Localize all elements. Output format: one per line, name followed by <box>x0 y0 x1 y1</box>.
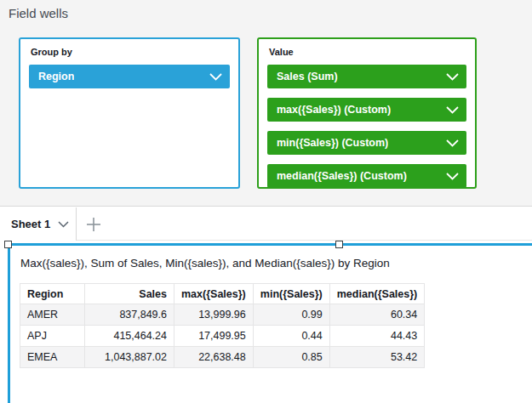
cell-max-sales[interactable]: 13,999.96 <box>174 304 254 326</box>
field-wells-panel: Field wells Group by Region Value Sales … <box>0 0 532 207</box>
field-pill-median-sales[interactable]: median({Sales}) (Custom) <box>267 164 466 188</box>
cell-region[interactable]: APJ <box>20 326 85 347</box>
analysis-editor: Field wells Group by Region Value Sales … <box>0 0 532 403</box>
cell-sales[interactable]: 1,043,887.02 <box>85 347 174 368</box>
table-header-row: Region Sales max({Sales}) min({Sales}) m… <box>20 284 425 304</box>
cell-sales[interactable]: 837,849.6 <box>85 304 174 326</box>
field-pill-label: median({Sales}) (Custom) <box>277 170 407 182</box>
chevron-down-icon <box>446 73 459 81</box>
cell-max-sales[interactable]: 22,638.48 <box>174 347 254 368</box>
cell-median-sales[interactable]: 53.42 <box>329 347 424 368</box>
tab-sheet-1[interactable]: Sheet 1 <box>0 207 77 241</box>
table-row: APJ 415,464.24 17,499.95 0.44 44.43 <box>20 326 425 347</box>
resize-handle-top-left[interactable] <box>4 241 12 248</box>
analysis-canvas: Max({sales}), Sum of Sales, Min({sales})… <box>0 241 532 403</box>
resize-handle-top-middle[interactable] <box>335 241 343 248</box>
chevron-down-icon <box>446 139 459 147</box>
cell-min-sales[interactable]: 0.85 <box>253 347 329 368</box>
column-header-sales[interactable]: Sales <box>85 284 174 304</box>
cell-max-sales[interactable]: 17,499.95 <box>174 326 254 347</box>
column-header-min-sales[interactable]: min({Sales}) <box>253 284 329 304</box>
sheet-tab-label: Sheet 1 <box>11 218 50 230</box>
table-row: EMEA 1,043,887.02 22,638.48 0.85 53.42 <box>20 347 425 368</box>
cell-sales[interactable]: 415,464.24 <box>85 326 174 347</box>
chevron-down-icon <box>58 221 69 228</box>
cell-min-sales[interactable]: 0.99 <box>253 304 329 326</box>
table-row: AMER 837,849.6 13,999.96 0.99 60.34 <box>20 304 425 326</box>
field-pill-region[interactable]: Region <box>29 65 230 88</box>
cell-region[interactable]: EMEA <box>20 347 85 368</box>
cell-region[interactable]: AMER <box>20 304 85 326</box>
field-pill-sales-sum[interactable]: Sales (Sum) <box>267 65 466 88</box>
chevron-down-icon <box>209 73 222 81</box>
field-pill-label: Sales (Sum) <box>277 71 338 82</box>
field-pill-min-sales[interactable]: min({Sales}) (Custom) <box>267 131 466 155</box>
field-pill-label: min({Sales}) (Custom) <box>277 137 388 149</box>
cell-median-sales[interactable]: 44.43 <box>329 326 424 347</box>
cell-median-sales[interactable]: 60.34 <box>329 304 424 326</box>
cell-min-sales[interactable]: 0.44 <box>253 326 329 347</box>
visual-title[interactable]: Max({sales}), Sum of Sales, Min({sales})… <box>20 257 525 270</box>
value-label: Value <box>269 47 466 57</box>
column-header-region[interactable]: Region <box>20 284 85 304</box>
sheet-tab-bar: Sheet 1 <box>0 207 532 241</box>
chevron-down-icon <box>446 106 459 114</box>
pivot-table: Region Sales max({Sales}) min({Sales}) m… <box>20 283 425 368</box>
group-by-label: Group by <box>31 47 230 57</box>
column-header-max-sales[interactable]: max({Sales}) <box>174 284 254 304</box>
chevron-down-icon <box>446 173 459 180</box>
field-pill-label: Region <box>38 71 74 82</box>
add-sheet-button[interactable] <box>78 207 109 241</box>
column-header-median-sales[interactable]: median({Sales}) <box>329 284 424 304</box>
plus-icon <box>86 217 101 232</box>
field-pill-max-sales[interactable]: max({Sales}) (Custom) <box>267 98 466 122</box>
value-well[interactable]: Value Sales (Sum) max({Sales}) (Custom) … <box>257 37 477 189</box>
field-wells-title: Field wells <box>9 6 68 20</box>
group-by-well[interactable]: Group by Region <box>19 37 240 189</box>
field-pill-label: max({Sales}) (Custom) <box>277 104 391 116</box>
table-visual[interactable]: Max({sales}), Sum of Sales, Min({sales})… <box>8 243 532 403</box>
